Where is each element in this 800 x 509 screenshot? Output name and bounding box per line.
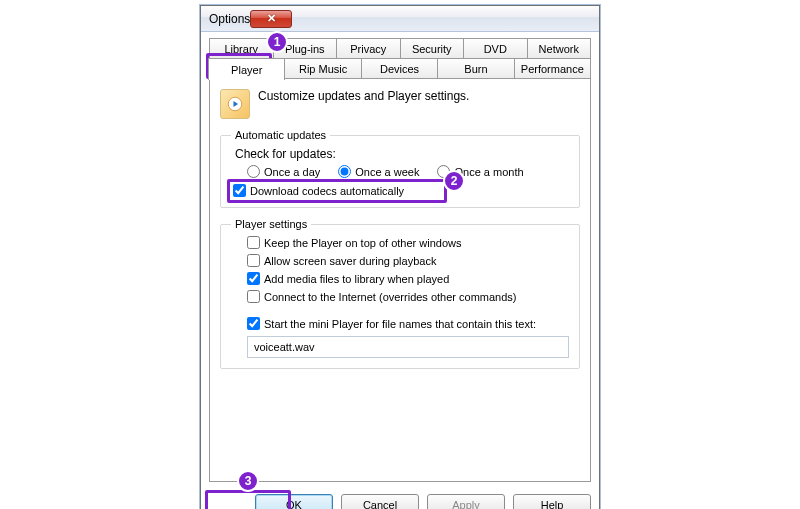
tab-player[interactable]: Player <box>208 58 285 80</box>
player-settings-checks: Keep the Player on top of other windows … <box>247 236 569 303</box>
close-button[interactable]: ✕ <box>250 10 292 28</box>
checkbox-connect-internet[interactable]: Connect to the Internet (overrides other… <box>247 290 569 303</box>
options-dialog: Options ✕ Library Plug-ins Privacy Secur… <box>200 5 600 509</box>
radio-once-a-day[interactable]: Once a day <box>247 165 320 178</box>
tab-panel-player: 1 Customize updates and Player settings.… <box>209 78 591 482</box>
mini-player-text-input[interactable] <box>247 336 569 358</box>
checkbox-keep-on-top[interactable]: Keep the Player on top of other windows <box>247 236 569 249</box>
ok-button[interactable]: OK <box>255 494 333 509</box>
media-player-icon <box>220 89 250 119</box>
automatic-updates-group: Automatic updates Check for updates: Onc… <box>220 129 580 208</box>
tab-network[interactable]: Network <box>527 38 592 58</box>
window-title: Options <box>209 12 250 26</box>
automatic-updates-legend: Automatic updates <box>231 129 330 141</box>
player-settings-legend: Player settings <box>231 218 311 230</box>
tab-dvd[interactable]: DVD <box>463 38 528 58</box>
annotation-marker-1: 1 <box>266 31 288 53</box>
dialog-content: Library Plug-ins Privacy Security DVD Ne… <box>201 32 599 509</box>
titlebar[interactable]: Options ✕ <box>201 6 599 32</box>
radio-once-a-week[interactable]: Once a week <box>338 165 419 178</box>
intro-row: Customize updates and Player settings. <box>220 89 580 119</box>
update-frequency-radios: Once a day Once a week Once a month <box>247 165 569 178</box>
checkbox-mini-player[interactable]: Start the mini Player for file names tha… <box>247 317 569 330</box>
checkbox-screen-saver[interactable]: Allow screen saver during playback <box>247 254 569 267</box>
tab-burn[interactable]: Burn <box>437 58 514 78</box>
tab-performance[interactable]: Performance <box>514 58 591 78</box>
checkbox-download-codecs[interactable]: Download codecs automatically <box>233 184 569 197</box>
annotation-marker-2: 2 <box>443 170 465 192</box>
tab-privacy[interactable]: Privacy <box>336 38 401 58</box>
tab-library[interactable]: Library <box>209 38 274 58</box>
close-icon: ✕ <box>267 13 276 24</box>
dialog-button-row: OK Cancel Apply Help 3 <box>209 494 591 509</box>
tab-security[interactable]: Security <box>400 38 465 58</box>
intro-text: Customize updates and Player settings. <box>258 89 469 103</box>
check-for-updates-label: Check for updates: <box>235 147 569 161</box>
help-button[interactable]: Help <box>513 494 591 509</box>
cancel-button[interactable]: Cancel <box>341 494 419 509</box>
apply-button[interactable]: Apply <box>427 494 505 509</box>
annotation-marker-3: 3 <box>237 470 259 492</box>
tab-rip-music[interactable]: Rip Music <box>284 58 361 78</box>
tabs-row-bottom: Player Rip Music Devices Burn Performanc… <box>209 58 591 79</box>
player-settings-group: Player settings Keep the Player on top o… <box>220 218 580 369</box>
checkbox-add-media[interactable]: Add media files to library when played <box>247 272 569 285</box>
tab-devices[interactable]: Devices <box>361 58 438 78</box>
